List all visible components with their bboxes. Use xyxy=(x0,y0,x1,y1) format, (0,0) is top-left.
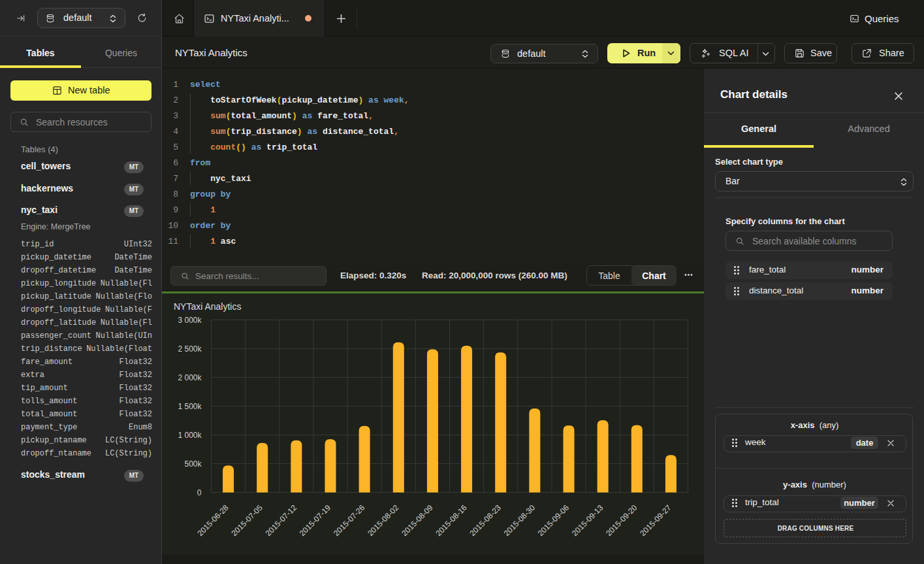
svg-text:2015-06-28: 2015-06-28 xyxy=(195,503,231,538)
svg-text:2015-08-23: 2015-08-23 xyxy=(468,503,503,538)
svg-text:2 000k: 2 000k xyxy=(178,373,202,382)
svg-text:1 500k: 1 500k xyxy=(178,402,202,411)
svg-text:2015-09-20: 2015-09-20 xyxy=(604,503,639,538)
svg-text:2015-08-16: 2015-08-16 xyxy=(434,503,469,538)
svg-text:2015-09-13: 2015-09-13 xyxy=(570,503,605,538)
svg-text:2015-07-19: 2015-07-19 xyxy=(298,503,333,538)
svg-text:2015-07-12: 2015-07-12 xyxy=(264,503,299,538)
svg-text:500k: 500k xyxy=(184,459,202,469)
svg-text:2015-08-02: 2015-08-02 xyxy=(366,503,401,538)
svg-text:2015-08-30: 2015-08-30 xyxy=(502,503,537,538)
svg-text:2015-09-27: 2015-09-27 xyxy=(638,503,673,538)
svg-text:1 000k: 1 000k xyxy=(178,431,202,440)
svg-text:2015-07-05: 2015-07-05 xyxy=(230,503,265,538)
svg-text:0: 0 xyxy=(197,488,202,497)
svg-text:2015-08-09: 2015-08-09 xyxy=(400,503,435,538)
svg-text:2015-07-26: 2015-07-26 xyxy=(332,503,367,538)
svg-text:2 500k: 2 500k xyxy=(178,344,202,354)
svg-text:3 000k: 3 000k xyxy=(178,316,202,325)
svg-text:2015-09-06: 2015-09-06 xyxy=(536,503,571,538)
